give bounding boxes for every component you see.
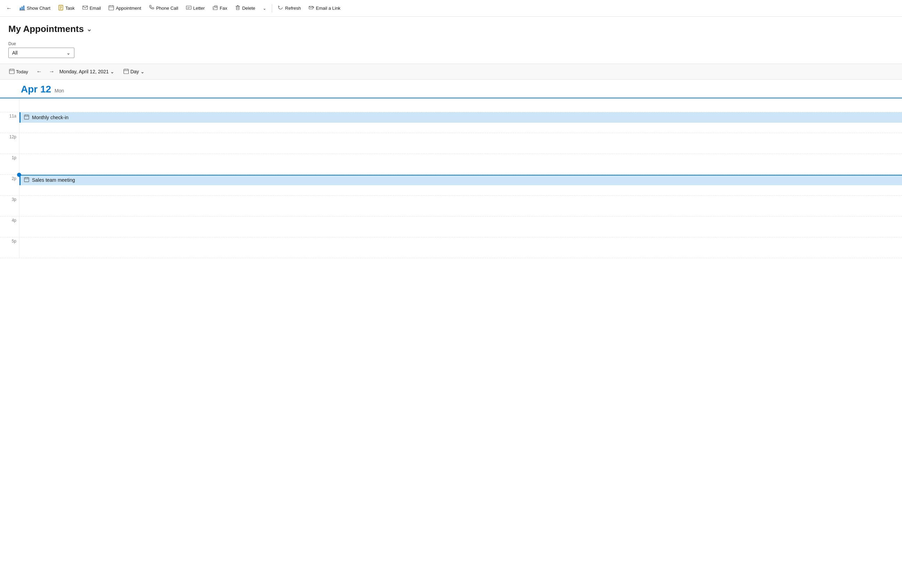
hour-label-empty (0, 99, 19, 112)
show-chart-label: Show Chart (27, 6, 50, 11)
hour-row-empty (0, 99, 902, 112)
toolbar-divider (272, 4, 272, 13)
hour-content-12p (19, 133, 902, 153)
hour-content-5p (19, 237, 902, 258)
hour-label-4p: 4p (0, 216, 19, 237)
day-number: Apr 12 (21, 84, 51, 94)
hour-label-12p: 12p (0, 133, 19, 153)
refresh-button[interactable]: Refresh (274, 3, 304, 14)
event-calendar-icon-2 (24, 177, 29, 183)
svg-rect-26 (9, 69, 14, 74)
hour-label-2p: 2p (0, 175, 19, 195)
toolbar: ← Show Chart Task (0, 0, 902, 17)
filter-value: All (12, 50, 18, 56)
letter-icon (186, 5, 191, 12)
svg-rect-0 (20, 8, 21, 10)
appointment-button[interactable]: Appointment (105, 3, 145, 14)
filter-section: Due All ⌄ (0, 38, 902, 64)
view-select-button[interactable]: Day ⌄ (120, 67, 148, 77)
hour-label-1p: 1p (0, 154, 19, 174)
svg-rect-34 (24, 115, 29, 119)
svg-rect-19 (236, 6, 239, 10)
phone-call-button[interactable]: Phone Call (145, 3, 182, 14)
fax-label: Fax (220, 6, 227, 11)
hour-content-3p (19, 195, 902, 216)
task-button[interactable]: Task (55, 3, 78, 14)
appointment-icon (108, 5, 114, 12)
fax-icon (212, 5, 218, 12)
hour-label-11a: 11a (0, 112, 19, 133)
svg-rect-38 (24, 178, 29, 182)
page-title-chevron[interactable]: ⌄ (86, 25, 92, 33)
event-monthly-checkin[interactable]: Monthly check-in (19, 112, 902, 123)
day-name: Mon (55, 88, 64, 94)
delete-label: Delete (242, 6, 255, 11)
hour-row-2p: 2p Sales team meeting (0, 175, 902, 195)
hour-content-2p: Sales team meeting (19, 175, 902, 195)
prev-day-button[interactable]: ← (34, 67, 44, 77)
due-filter-select[interactable]: All ⌄ (8, 48, 74, 58)
show-chart-icon (19, 5, 25, 12)
refresh-label: Refresh (285, 6, 301, 11)
filter-label: Due (8, 41, 894, 46)
hour-row-12p: 12p (0, 133, 902, 154)
task-label: Task (65, 6, 75, 11)
delete-icon (235, 5, 241, 12)
delete-button[interactable]: Delete (232, 3, 259, 14)
event-sales-meeting[interactable]: Sales team meeting (19, 175, 902, 185)
current-date-label[interactable]: Monday, April 12, 2021 ⌄ (60, 69, 114, 74)
back-button[interactable]: ← (3, 3, 15, 14)
email-link-button[interactable]: Email a Link (305, 3, 344, 14)
refresh-icon (278, 5, 283, 12)
show-chart-button[interactable]: Show Chart (16, 3, 54, 14)
next-day-button[interactable]: → (47, 67, 56, 77)
view-label: Day (130, 69, 139, 74)
svg-rect-2 (23, 6, 24, 10)
event-title-monthly-checkin: Monthly check-in (32, 115, 69, 120)
email-link-icon (308, 5, 314, 12)
event-calendar-icon-1 (24, 114, 29, 120)
letter-label: Letter (193, 6, 205, 11)
calendar-today-icon (9, 69, 15, 75)
page-title: My Appointments ⌄ (8, 23, 894, 34)
current-time-dot (17, 173, 21, 177)
hour-content-11a: Monthly check-in (19, 112, 902, 133)
hour-label-3p: 3p (0, 195, 19, 216)
back-icon: ← (6, 5, 12, 11)
email-label: Email (90, 6, 101, 11)
svg-rect-9 (109, 6, 114, 10)
svg-rect-16 (213, 6, 217, 10)
svg-rect-1 (22, 6, 23, 10)
view-calendar-icon (124, 69, 129, 75)
more-icon: ⌄ (263, 6, 266, 11)
prev-day-icon: ← (36, 69, 42, 75)
hour-row-5p: 5p (0, 237, 902, 258)
calendar-body: Apr 12 Mon 11a (0, 80, 902, 584)
calendar-day-header: Apr 12 Mon (0, 80, 902, 99)
letter-button[interactable]: Letter (183, 3, 208, 14)
svg-rect-13 (186, 6, 191, 9)
more-button[interactable]: ⌄ (259, 4, 270, 13)
page-header: My Appointments ⌄ (0, 17, 902, 38)
calendar-grid: 11a Monthly check-in 12p (0, 99, 902, 584)
hour-row-1p: 1p (0, 154, 902, 175)
event-title-sales-meeting: Sales team meeting (32, 177, 75, 183)
current-time-line (19, 175, 902, 175)
hour-content-empty (19, 99, 902, 112)
today-button[interactable]: Today (6, 67, 31, 77)
hour-label-5p: 5p (0, 237, 19, 258)
hour-row-11a: 11a Monthly check-in (0, 112, 902, 133)
appointment-label: Appointment (116, 6, 141, 11)
next-day-icon: → (49, 69, 55, 75)
date-text: Monday, April 12, 2021 (60, 69, 109, 74)
email-button[interactable]: Email (79, 3, 105, 14)
date-chevron: ⌄ (110, 69, 114, 74)
task-icon (58, 5, 64, 12)
svg-point-18 (214, 8, 215, 9)
fax-button[interactable]: Fax (209, 3, 231, 14)
email-link-label: Email a Link (316, 6, 341, 11)
filter-chevron: ⌄ (66, 50, 70, 56)
calendar-nav: Today ← → Monday, April 12, 2021 ⌄ Day ⌄ (0, 64, 902, 80)
hour-row-3p: 3p (0, 195, 902, 216)
phone-call-label: Phone Call (156, 6, 178, 11)
